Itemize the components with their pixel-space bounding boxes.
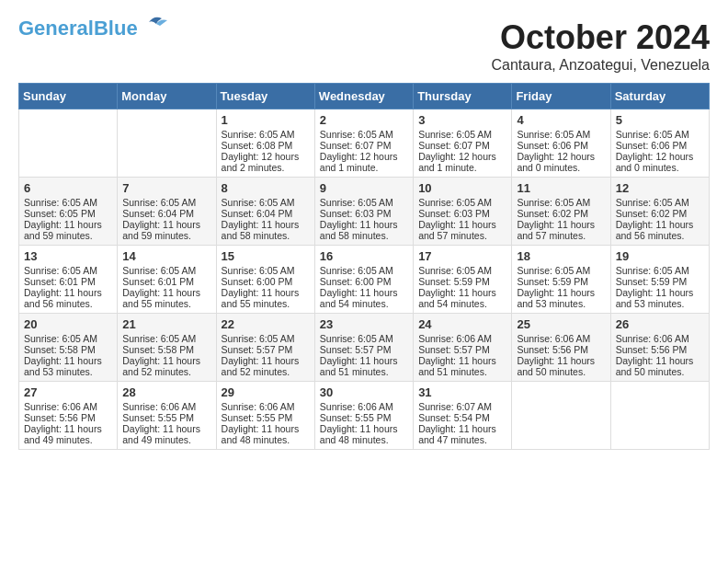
calendar-cell: 14Sunrise: 6:05 AMSunset: 6:01 PMDayligh… (118, 246, 216, 314)
calendar-cell: 18Sunrise: 6:05 AMSunset: 5:59 PMDayligh… (512, 246, 610, 314)
day-number: 19 (616, 249, 704, 263)
cell-info: and 58 minutes. (222, 230, 310, 241)
calendar-cell: 17Sunrise: 6:05 AMSunset: 5:59 PMDayligh… (414, 246, 512, 314)
day-number: 12 (616, 181, 704, 195)
cell-info: Sunset: 6:02 PM (616, 208, 704, 219)
weekday-header-monday: Monday (118, 84, 216, 109)
cell-info: Sunrise: 6:05 AM (517, 265, 605, 276)
cell-info: Sunset: 5:55 PM (320, 412, 408, 423)
calendar-cell: 21Sunrise: 6:05 AMSunset: 5:58 PMDayligh… (118, 314, 216, 382)
day-number: 15 (222, 249, 310, 263)
cell-info: Sunrise: 6:06 AM (418, 333, 506, 344)
cell-info: Sunset: 6:07 PM (320, 140, 408, 151)
cell-info: and 59 minutes. (122, 230, 210, 241)
calendar-cell: 28Sunrise: 6:06 AMSunset: 5:55 PMDayligh… (118, 382, 216, 450)
day-number: 1 (222, 113, 310, 127)
cell-info: Daylight: 11 hours (222, 287, 310, 298)
cell-info: Sunrise: 6:05 AM (616, 265, 704, 276)
day-number: 30 (320, 385, 408, 399)
cell-info: Sunrise: 6:06 AM (616, 333, 704, 344)
cell-info: Daylight: 11 hours (320, 355, 408, 366)
day-number: 23 (320, 317, 408, 331)
cell-info: and 49 minutes. (24, 434, 112, 445)
cell-info: Sunset: 5:57 PM (418, 344, 506, 355)
cell-info: Sunrise: 6:05 AM (418, 197, 506, 208)
day-number: 16 (320, 249, 408, 263)
weekday-header-row: SundayMondayTuesdayWednesdayThursdayFrid… (19, 84, 710, 109)
cell-info: and 50 minutes. (517, 366, 605, 377)
title-block: October 2024 Cantaura, Anzoategui, Venez… (491, 18, 710, 74)
cell-info: Sunset: 5:54 PM (418, 412, 506, 423)
cell-info: Sunset: 6:08 PM (222, 140, 310, 151)
calendar-cell: 10Sunrise: 6:05 AMSunset: 6:03 PMDayligh… (414, 178, 512, 246)
cell-info: Sunset: 5:56 PM (616, 344, 704, 355)
cell-info: Daylight: 11 hours (418, 287, 506, 298)
cell-info: and 51 minutes. (320, 366, 408, 377)
cell-info: Sunset: 6:01 PM (122, 276, 210, 287)
calendar-cell: 30Sunrise: 6:06 AMSunset: 5:55 PMDayligh… (314, 382, 413, 450)
calendar-cell: 16Sunrise: 6:05 AMSunset: 6:00 PMDayligh… (314, 246, 413, 314)
cell-info: and 56 minutes. (616, 230, 704, 241)
cell-info: Daylight: 11 hours (517, 287, 605, 298)
cell-info: and 47 minutes. (418, 434, 506, 445)
cell-info: and 53 minutes. (616, 298, 704, 309)
cell-info: Daylight: 11 hours (616, 287, 704, 298)
cell-info: and 57 minutes. (418, 230, 506, 241)
day-number: 26 (616, 317, 704, 331)
cell-info: Daylight: 11 hours (24, 423, 112, 434)
day-number: 27 (24, 385, 112, 399)
day-number: 17 (418, 249, 506, 263)
calendar-cell: 13Sunrise: 6:05 AMSunset: 6:01 PMDayligh… (19, 246, 118, 314)
cell-info: Sunset: 6:06 PM (517, 140, 605, 151)
cell-info: Sunset: 5:59 PM (517, 276, 605, 287)
cell-info: Daylight: 11 hours (320, 287, 408, 298)
cell-info: and 56 minutes. (24, 298, 112, 309)
cell-info: Sunset: 5:58 PM (24, 344, 112, 355)
day-number: 6 (24, 181, 112, 195)
cell-info: Daylight: 11 hours (320, 423, 408, 434)
calendar-cell: 27Sunrise: 6:06 AMSunset: 5:56 PMDayligh… (19, 382, 118, 450)
day-number: 11 (517, 181, 605, 195)
calendar-cell: 7Sunrise: 6:05 AMSunset: 6:04 PMDaylight… (118, 178, 216, 246)
day-number: 10 (418, 181, 506, 195)
calendar-cell: 4Sunrise: 6:05 AMSunset: 6:06 PMDaylight… (512, 109, 610, 178)
cell-info: Sunrise: 6:05 AM (222, 197, 310, 208)
cell-info: Sunrise: 6:05 AM (222, 265, 310, 276)
cell-info: Sunrise: 6:06 AM (24, 401, 112, 412)
logo-bird-icon (140, 15, 169, 35)
calendar-cell: 31Sunrise: 6:07 AMSunset: 5:54 PMDayligh… (414, 382, 512, 450)
cell-info: and 48 minutes. (320, 434, 408, 445)
cell-info: Sunrise: 6:05 AM (24, 265, 112, 276)
cell-info: Sunrise: 6:05 AM (320, 333, 408, 344)
cell-info: Daylight: 12 hours (517, 151, 605, 162)
cell-info: Sunrise: 6:05 AM (24, 197, 112, 208)
day-number: 20 (24, 317, 112, 331)
location: Cantaura, Anzoategui, Venezuela (491, 57, 710, 74)
day-number: 5 (616, 113, 704, 127)
cell-info: Sunrise: 6:05 AM (517, 197, 605, 208)
day-number: 29 (222, 385, 310, 399)
cell-info: Sunrise: 6:05 AM (222, 129, 310, 140)
cell-info: and 0 minutes. (616, 162, 704, 173)
cell-info: Daylight: 11 hours (122, 355, 210, 366)
calendar-cell: 1Sunrise: 6:05 AMSunset: 6:08 PMDaylight… (216, 109, 314, 178)
cell-info: Sunrise: 6:07 AM (418, 401, 506, 412)
cell-info: Daylight: 11 hours (616, 355, 704, 366)
week-row-1: 1Sunrise: 6:05 AMSunset: 6:08 PMDaylight… (19, 109, 710, 178)
calendar-cell: 11Sunrise: 6:05 AMSunset: 6:02 PMDayligh… (512, 178, 610, 246)
cell-info: and 59 minutes. (24, 230, 112, 241)
calendar-cell (118, 109, 216, 178)
weekday-header-tuesday: Tuesday (216, 84, 314, 109)
day-number: 7 (122, 181, 210, 195)
cell-info: and 0 minutes. (517, 162, 605, 173)
cell-info: Daylight: 11 hours (517, 219, 605, 230)
cell-info: and 52 minutes. (122, 366, 210, 377)
calendar-cell: 12Sunrise: 6:05 AMSunset: 6:02 PMDayligh… (610, 178, 709, 246)
cell-info: and 1 minute. (418, 162, 506, 173)
cell-info: and 1 minute. (320, 162, 408, 173)
cell-info: Daylight: 11 hours (122, 219, 210, 230)
cell-info: Sunrise: 6:05 AM (320, 197, 408, 208)
calendar-cell: 22Sunrise: 6:05 AMSunset: 5:57 PMDayligh… (216, 314, 314, 382)
day-number: 18 (517, 249, 605, 263)
cell-info: and 49 minutes. (122, 434, 210, 445)
